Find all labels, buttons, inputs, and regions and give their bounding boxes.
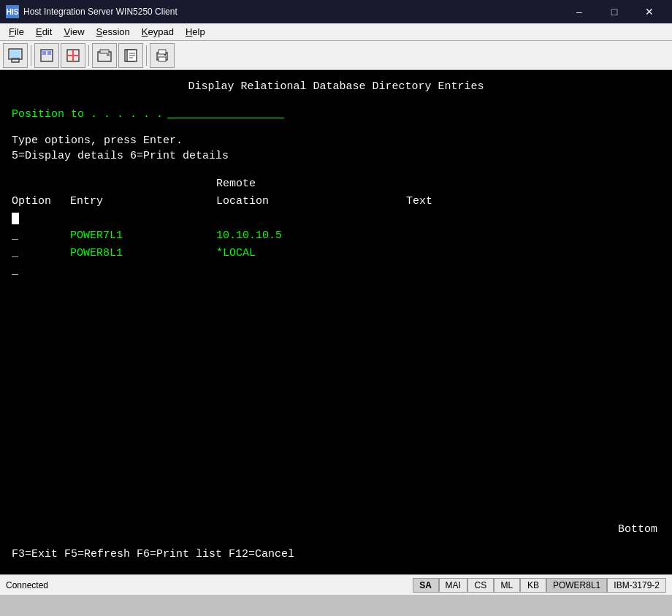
col-entry-label: Entry (70, 194, 216, 210)
status-sa: SA (413, 578, 439, 593)
toolbar-sep-2 (88, 45, 89, 66)
table-row-0: _ POWER7L1 10.10.10.5 (12, 228, 660, 244)
column-header-row2: Option Entry Location Text (12, 194, 660, 210)
menu-bar: File Edit View Session Keypad Help (0, 23, 672, 41)
position-label: Position to . . . . . . (12, 107, 163, 123)
toolbar-sep-1 (31, 45, 31, 66)
maximize-button[interactable]: □ (597, 0, 631, 23)
row2-location (216, 263, 406, 279)
status-system: POWER8L1 (546, 578, 607, 593)
column-header-row1: Remote (12, 176, 660, 192)
table-row-cursor (12, 211, 660, 227)
window-controls: – □ ✕ (562, 0, 666, 23)
row1-entry: POWER8L1 (70, 246, 216, 262)
svg-rect-1 (10, 50, 20, 58)
col-remote-header: Remote (216, 176, 406, 192)
options-line1: Type options, press Enter. (12, 133, 660, 149)
svg-rect-20 (164, 54, 166, 56)
toolbar-btn-2[interactable] (34, 43, 59, 68)
menu-session[interactable]: Session (91, 23, 136, 40)
title-bar: HIS Host Integration Server WIN5250 Clie… (0, 0, 672, 23)
status-kb: KB (520, 578, 546, 593)
status-cs: CS (467, 578, 494, 593)
bottom-label: Bottom (618, 522, 657, 538)
toolbar-btn-5[interactable] (118, 43, 143, 68)
svg-rect-5 (47, 51, 51, 55)
menu-view[interactable]: View (58, 23, 90, 40)
svg-rect-19 (159, 57, 166, 61)
table-row-1: _ POWER8L1 *LOCAL (12, 246, 660, 262)
col-option-spacer (12, 176, 70, 192)
column-headers: Remote Option Entry Location Text (12, 176, 660, 210)
fkey-bar: F3=Exit F5=Refresh F6=Print list F12=Can… (12, 547, 294, 563)
screen-title: Display Relational Database Directory En… (12, 79, 660, 95)
toolbar (0, 41, 672, 70)
options-section: Type options, press Enter. 5=Display det… (12, 133, 660, 165)
col-option-label: Option (12, 194, 70, 210)
svg-rect-18 (159, 50, 166, 54)
status-ml: ML (494, 578, 520, 593)
toolbar-btn-4[interactable] (92, 43, 117, 68)
toolbar-btn-3[interactable] (61, 43, 85, 68)
row0-option: _ (12, 228, 70, 244)
row2-entry (70, 263, 216, 279)
svg-rect-2 (12, 58, 19, 62)
row-cursor-entry (70, 211, 216, 227)
table-row-2: _ (12, 263, 660, 279)
row1-location: *LOCAL (216, 246, 406, 262)
options-line2: 5=Display details 6=Print details (12, 148, 660, 164)
cursor-block (12, 213, 19, 224)
position-line: Position to . . . . . . (12, 107, 660, 123)
menu-help[interactable]: Help (180, 23, 211, 40)
svg-rect-11 (107, 54, 110, 56)
status-mai: MAI (439, 578, 467, 593)
row-cursor-option (12, 211, 70, 227)
svg-rect-10 (100, 50, 109, 53)
col-text-label: Text (406, 194, 494, 210)
row0-location: 10.10.10.5 (216, 228, 406, 244)
status-bar: Connected SA MAI CS ML KB POWER8L1 IBM-3… (0, 574, 672, 595)
col-entry-spacer (70, 176, 216, 192)
row1-option: _ (12, 246, 70, 262)
toolbar-sep-3 (146, 45, 147, 66)
toolbar-btn-1[interactable] (3, 43, 28, 68)
status-connected: Connected (6, 580, 413, 590)
row2-option: _ (12, 263, 70, 279)
col-location-label: Location (216, 194, 406, 210)
menu-keypad[interactable]: Keypad (136, 23, 180, 40)
row0-text (406, 228, 494, 244)
position-input[interactable] (167, 107, 284, 118)
menu-edit[interactable]: Edit (30, 23, 58, 40)
row0-entry: POWER7L1 (70, 228, 216, 244)
row2-text (406, 263, 494, 279)
svg-rect-4 (42, 51, 46, 55)
app-icon: HIS (6, 5, 19, 18)
menu-file[interactable]: File (3, 23, 30, 40)
window-title: Host Integration Server WIN5250 Client (23, 7, 562, 17)
row-cursor-location (216, 211, 406, 227)
close-button[interactable]: ✕ (633, 0, 666, 23)
minimize-button[interactable]: – (562, 0, 596, 23)
status-badges: SA MAI CS ML KB POWER8L1 IBM-3179-2 (413, 578, 666, 593)
status-model: IBM-3179-2 (607, 578, 666, 593)
row-cursor-text (406, 211, 494, 227)
toolbar-btn-print[interactable] (150, 43, 175, 68)
terminal-screen: Display Relational Database Directory En… (0, 70, 672, 574)
row1-text (406, 246, 494, 262)
